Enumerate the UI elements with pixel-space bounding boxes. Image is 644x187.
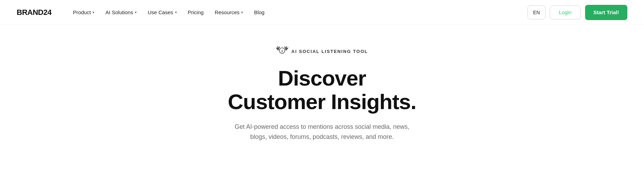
hero-title-line1: Discover — [278, 66, 366, 90]
chevron-down-icon: ▾ — [135, 10, 137, 14]
laurel-icon: 1 — [276, 46, 288, 55]
language-selector[interactable]: EN — [528, 6, 546, 19]
brand-logo[interactable]: BRAND24 — [17, 8, 51, 17]
nav-label-use-cases: Use Cases — [148, 9, 173, 15]
nav-item-pricing[interactable]: Pricing — [183, 7, 209, 18]
start-trial-button[interactable]: Start Trial! — [585, 5, 627, 20]
chevron-down-icon: ▾ — [175, 10, 177, 14]
award-icon: 1 — [276, 46, 288, 57]
chevron-down-icon: ▾ — [93, 10, 94, 14]
hero-badge-text: AI SOCIAL LISTENING TOOL — [291, 49, 368, 54]
nav-item-product[interactable]: Product ▾ — [68, 7, 99, 18]
nav-label-blog: Blog — [254, 9, 264, 15]
hero-subtitle: Get AI-powered access to mentions across… — [228, 122, 416, 142]
nav-item-resources[interactable]: Resources ▾ — [210, 7, 248, 18]
nav-label-ai-solutions: AI Solutions — [105, 9, 133, 15]
nav-actions: EN Login Start Trial! — [528, 5, 627, 20]
nav-item-blog[interactable]: Blog — [249, 7, 269, 18]
nav-label-pricing: Pricing — [188, 9, 204, 15]
nav-item-ai-solutions[interactable]: AI Solutions ▾ — [101, 7, 141, 18]
nav-label-product: Product — [73, 9, 91, 15]
navbar: BRAND24 Product ▾ AI Solutions ▾ Use Cas… — [0, 0, 644, 25]
hero-badge: 1 AI SOCIAL LISTENING TOOL — [276, 46, 368, 57]
nav-links: Product ▾ AI Solutions ▾ Use Cases ▾ Pri… — [68, 7, 527, 18]
nav-label-resources: Resources — [215, 9, 240, 15]
hero-title: Discover Customer Insights. — [228, 66, 416, 114]
hero-title-line2: Customer Insights. — [228, 90, 416, 114]
svg-text:1: 1 — [281, 49, 283, 53]
login-button[interactable]: Login — [550, 6, 581, 19]
hero-section: 1 AI SOCIAL LISTENING TOOL Discover Cust… — [0, 25, 644, 156]
nav-item-use-cases[interactable]: Use Cases ▾ — [143, 7, 181, 18]
chevron-down-icon: ▾ — [241, 10, 243, 14]
